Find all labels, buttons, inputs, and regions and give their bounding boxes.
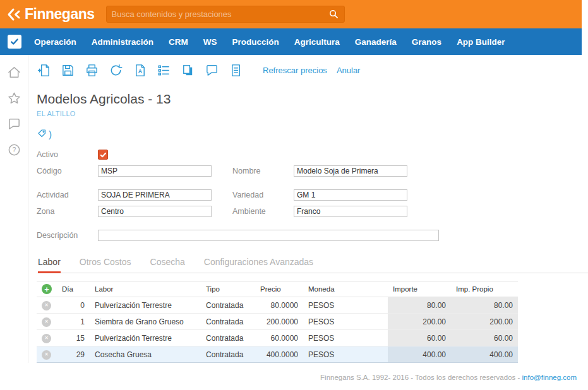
- print-icon[interactable]: [85, 63, 99, 78]
- company-subtitle-link[interactable]: EL ALTILLO: [37, 110, 76, 117]
- nav-item-granos[interactable]: Granos: [404, 37, 449, 47]
- tag-expand-bracket[interactable]: ): [49, 129, 52, 139]
- variedad-label: Variedad: [232, 191, 294, 199]
- tags-row: ): [37, 128, 588, 139]
- tab-labor[interactable]: Labor: [38, 257, 61, 273]
- tab-otros-costos[interactable]: Otros Costos: [80, 257, 131, 273]
- labor-table: Día Labor Tipo Precio Moneda Importe Imp…: [37, 281, 518, 363]
- cell-tipo: Contratada: [201, 330, 255, 346]
- search-input[interactable]: [112, 9, 328, 19]
- main-content: A Refrescar precios Anular Modelos Agric…: [28, 55, 588, 363]
- actividad-input[interactable]: [98, 189, 212, 201]
- cell-dia: 15: [57, 330, 90, 346]
- home-icon[interactable]: [7, 65, 21, 80]
- cell-labor: Cosecha Gruesa: [90, 346, 201, 363]
- tag-icon[interactable]: [37, 128, 48, 139]
- checklist-icon[interactable]: [157, 63, 171, 78]
- new-document-icon[interactable]: [37, 63, 51, 78]
- ambiente-input[interactable]: [294, 206, 407, 217]
- cell-labor: Pulverización Terrestre: [90, 297, 201, 314]
- save-icon[interactable]: [61, 63, 75, 78]
- toolbar: A Refrescar precios Anular: [37, 55, 588, 85]
- cancel-voucher-link[interactable]: Anular: [337, 66, 361, 75]
- model-form: Activo Código Nombre Actividad Variedad: [37, 148, 588, 242]
- codigo-label: Código: [37, 167, 98, 175]
- cell-tipo: Contratada: [201, 346, 255, 363]
- footer: Finnegans S.A. 1992- 2016 - Todos los de…: [320, 374, 577, 381]
- table-header-row: Día Labor Tipo Precio Moneda Importe Imp…: [37, 281, 518, 297]
- nav-item-produccion[interactable]: Producción: [225, 37, 287, 47]
- nav-item-crm[interactable]: CRM: [161, 37, 196, 47]
- variedad-input[interactable]: [294, 189, 407, 201]
- zona-input[interactable]: [98, 206, 212, 217]
- nav-item-operacion[interactable]: Operación: [27, 37, 84, 47]
- descripcion-input[interactable]: [98, 230, 439, 241]
- cell-labor: Pulverización Terrestre: [90, 330, 201, 346]
- cell-dia: 0: [57, 297, 90, 314]
- document-a-icon[interactable]: A: [133, 63, 147, 78]
- cell-moneda: PESOS: [303, 297, 388, 314]
- cell-tipo: Contratada: [201, 314, 255, 330]
- favorites-star-icon[interactable]: [7, 91, 21, 105]
- add-row-button[interactable]: [42, 284, 52, 294]
- footer-email-link[interactable]: info@finneg.com: [522, 374, 577, 381]
- nav-item-ganaderia[interactable]: Ganadería: [347, 37, 404, 47]
- refresh-prices-link[interactable]: Refrescar precios: [263, 66, 327, 75]
- col-header-labor: Labor: [90, 281, 201, 297]
- cell-precio: 400.0000: [255, 346, 303, 363]
- activo-label: Activo: [37, 150, 98, 159]
- nombre-label: Nombre: [232, 167, 294, 175]
- main-nav: Operación Administración CRM WS Producci…: [0, 28, 582, 55]
- tab-configuraciones-avanzadas[interactable]: Configuraciones Avanzadas: [204, 257, 313, 273]
- cell-imp-propio: 80.00: [451, 297, 518, 314]
- descripcion-label: Descripción: [37, 231, 98, 240]
- tab-cosecha[interactable]: Cosecha: [150, 257, 185, 273]
- delete-row-button[interactable]: [42, 301, 51, 310]
- workspace-check-icon[interactable]: [8, 35, 21, 49]
- help-icon[interactable]: ?: [7, 143, 21, 157]
- nav-item-ws[interactable]: WS: [196, 37, 225, 47]
- codigo-input[interactable]: [98, 165, 212, 177]
- col-header-precio: Precio: [255, 281, 303, 297]
- nav-item-agricultura[interactable]: Agricultura: [287, 37, 347, 47]
- table-row[interactable]: 0 Pulverización Terrestre Contratada 80.…: [37, 297, 518, 314]
- cell-moneda: PESOS: [303, 314, 388, 330]
- col-header-tipo: Tipo: [201, 281, 255, 297]
- cell-importe: 400.00: [388, 346, 451, 363]
- col-header-dia: Día: [57, 281, 90, 297]
- global-search-box[interactable]: [106, 6, 345, 23]
- cell-imp-propio: 60.00: [451, 330, 518, 346]
- cell-importe: 60.00: [388, 330, 451, 346]
- cell-moneda: PESOS: [303, 346, 388, 363]
- body-row: ? A: [0, 55, 588, 363]
- app-window: Finnegans Operación Administración CRM W…: [0, 0, 588, 390]
- cell-precio: 60.0000: [255, 330, 303, 346]
- nombre-input[interactable]: [294, 165, 407, 177]
- svg-text:A: A: [138, 68, 142, 74]
- cell-precio: 80.0000: [255, 297, 303, 314]
- delete-row-button[interactable]: [42, 350, 51, 360]
- cell-dia: 29: [57, 346, 90, 363]
- nav-item-administracion[interactable]: Administración: [84, 37, 161, 47]
- delete-row-button[interactable]: [42, 317, 51, 327]
- report-lines-icon[interactable]: [229, 63, 243, 78]
- comment-icon[interactable]: [205, 63, 219, 78]
- cell-imp-propio: 400.00: [451, 346, 518, 363]
- table-row[interactable]: 1 Siembra de Grano Grueso Contratada 200…: [37, 314, 518, 330]
- actividad-label: Actividad: [37, 191, 98, 199]
- activo-checkbox[interactable]: [98, 150, 108, 160]
- page-title: Modelos Agricolas - 13: [37, 92, 588, 107]
- search-icon[interactable]: [328, 9, 339, 20]
- cell-importe: 80.00: [388, 297, 451, 314]
- copy-pages-icon[interactable]: [181, 63, 195, 78]
- brand-logo[interactable]: Finnegans: [6, 6, 95, 23]
- table-row-selected[interactable]: 29 Cosecha Gruesa Contratada 400.0000 PE…: [37, 346, 518, 363]
- cell-importe: 200.00: [388, 314, 451, 330]
- delete-row-button[interactable]: [42, 334, 51, 343]
- nav-item-app-builder[interactable]: App Builder: [449, 37, 513, 47]
- cell-moneda: PESOS: [303, 330, 388, 346]
- history-undo-icon[interactable]: [109, 63, 123, 78]
- messages-bubble-icon[interactable]: [7, 117, 21, 131]
- table-row[interactable]: 15 Pulverización Terrestre Contratada 60…: [37, 330, 518, 346]
- cell-precio: 200.0000: [255, 314, 303, 330]
